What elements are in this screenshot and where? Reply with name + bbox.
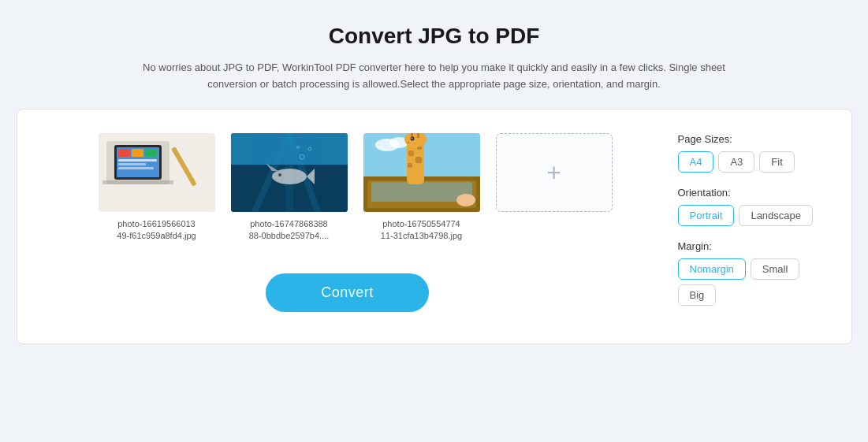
page-sizes-section: Page Sizes: A4 A3 Fit <box>678 133 828 173</box>
settings-panel: Page Sizes: A4 A3 Fit Orientation: Portr… <box>670 133 828 320</box>
list-item: photo-16747868388 88-0bbdbe2597b4.... <box>231 133 348 243</box>
orientation-group: Portrait Landscape <box>678 205 828 226</box>
svg-rect-35 <box>408 150 414 156</box>
plus-icon: + <box>546 160 561 185</box>
image-thumbnail-giraffe <box>363 133 480 212</box>
margin-group: Nomargin Small Big <box>678 258 828 306</box>
images-grid: photo-16619566013 49-f61c959a8fd4.jpg <box>83 133 613 243</box>
svg-rect-6 <box>145 149 157 157</box>
svg-rect-11 <box>102 180 173 184</box>
margin-section: Margin: Nomargin Small Big <box>678 240 828 306</box>
page-sizes-label: Page Sizes: <box>678 133 828 145</box>
margin-nomargin-button[interactable]: Nomargin <box>678 258 746 280</box>
svg-point-44 <box>407 141 408 143</box>
svg-rect-39 <box>420 133 424 143</box>
page-subtitle: No worries about JPG to PDF, WorkinTool … <box>119 60 750 93</box>
svg-rect-8 <box>118 163 146 165</box>
margin-big-button[interactable]: Big <box>678 284 717 306</box>
svg-point-43 <box>411 137 412 139</box>
add-image-button[interactable]: + <box>496 133 613 212</box>
orientation-section: Orientation: Portrait Landscape <box>678 187 828 226</box>
image-filename-1: photo-16619566013 49-f61c959a8fd4.jpg <box>117 218 196 243</box>
image-filename-2: photo-16747868388 88-0bbdbe2597b4.... <box>249 218 330 243</box>
main-container: photo-16619566013 49-f61c959a8fd4.jpg <box>17 109 852 344</box>
svg-rect-41 <box>417 133 419 138</box>
svg-point-45 <box>456 194 475 206</box>
page-sizes-group: A4 A3 Fit <box>678 151 828 173</box>
images-section: photo-16619566013 49-f61c959a8fd4.jpg <box>41 133 654 313</box>
add-image-item: + <box>496 133 613 212</box>
svg-rect-7 <box>118 159 157 162</box>
svg-rect-9 <box>118 167 154 169</box>
margin-small-button[interactable]: Small <box>751 258 800 280</box>
convert-button-row: Convert <box>41 273 654 312</box>
page-size-a3-button[interactable]: A3 <box>718 151 754 173</box>
content-area: photo-16619566013 49-f61c959a8fd4.jpg <box>41 133 828 320</box>
image-filename-3: photo-16750554774 11-31cfa13b4798.jpg <box>381 218 462 243</box>
svg-rect-37 <box>408 163 412 168</box>
svg-rect-5 <box>132 149 143 157</box>
svg-point-21 <box>278 173 281 176</box>
list-item: photo-16750554774 11-31cfa13b4798.jpg <box>363 133 480 243</box>
convert-button[interactable]: Convert <box>266 273 429 312</box>
svg-rect-36 <box>415 157 422 163</box>
page-size-a4-button[interactable]: A4 <box>678 151 714 173</box>
orientation-portrait-button[interactable]: Portrait <box>678 205 735 226</box>
image-thumbnail-tablet <box>99 133 215 212</box>
svg-rect-4 <box>118 149 130 157</box>
page-title: Convert JPG to PDF <box>16 24 852 49</box>
header-section: Convert JPG to PDF No worries about JPG … <box>0 0 868 109</box>
image-thumbnail-ocean <box>231 133 348 212</box>
orientation-label: Orientation: <box>678 187 828 199</box>
margin-label: Margin: <box>678 240 828 252</box>
list-item: photo-16619566013 49-f61c959a8fd4.jpg <box>99 133 215 243</box>
orientation-landscape-button[interactable]: Landscape <box>739 205 813 226</box>
page-size-fit-button[interactable]: Fit <box>759 151 794 173</box>
